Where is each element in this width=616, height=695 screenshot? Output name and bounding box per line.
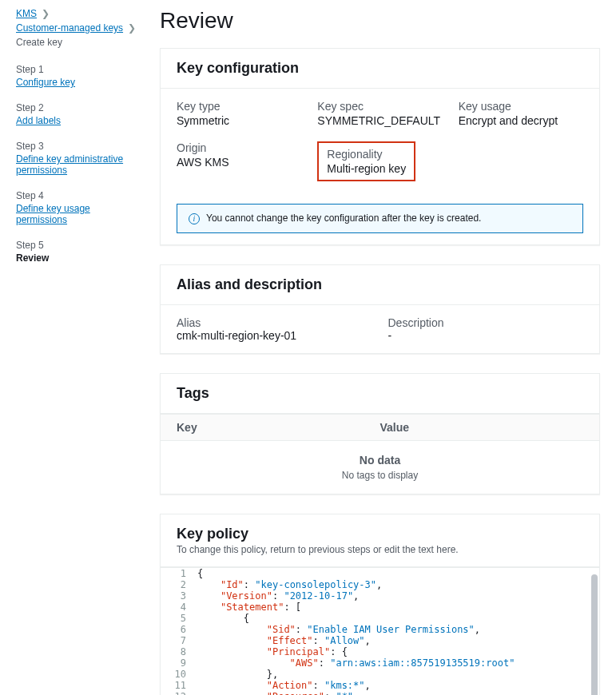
value: AWS KMS — [177, 156, 301, 169]
wizard-step-4: Step 4 Define key usage permissions — [16, 190, 144, 225]
value: SYMMETRIC_DEFAULT — [317, 114, 442, 127]
panel-heading: Key policy — [177, 526, 583, 542]
value: Encrypt and decrypt — [459, 114, 583, 127]
tags-empty-state: No data No tags to display — [161, 441, 599, 494]
step-number: Step 4 — [16, 190, 144, 201]
code-line: 3 "Version": "2012-10-17", — [161, 590, 599, 602]
panel-heading: Tags — [177, 385, 583, 402]
code-line: 6 "Sid": "Enable IAM User Permissions", — [161, 624, 599, 635]
empty-title: No data — [173, 454, 586, 467]
code-line: 5 { — [161, 613, 599, 624]
col-value: Value — [380, 421, 584, 434]
panel-tags: Tags Key Value No data No tags to displa… — [160, 373, 600, 494]
tags-table-header: Key Value — [161, 414, 599, 441]
kv-description: Description - — [388, 316, 584, 342]
info-icon: i — [189, 213, 200, 224]
info-text: You cannot change the key configuration … — [206, 212, 481, 224]
breadcrumb: KMS ❯ Customer-managed keys ❯ Create key — [16, 8, 144, 48]
kv-origin: Origin AWS KMS — [177, 141, 301, 181]
policy-editor[interactable]: 1{2 "Id": "key-consolepolicy-3",3 "Versi… — [161, 567, 599, 695]
label: Alias — [177, 316, 372, 329]
step-link-configure-key[interactable]: Configure key — [16, 77, 144, 88]
info-callout: i You cannot change the key configuratio… — [177, 204, 583, 233]
label: Key usage — [459, 100, 583, 113]
kv-key-type: Key type Symmetric — [177, 100, 301, 127]
panel-subtitle: To change this policy, return to previou… — [177, 544, 583, 555]
breadcrumb-cmk[interactable]: Customer-managed keys — [16, 22, 123, 34]
step-number: Step 3 — [16, 141, 144, 152]
code-line: 12 "Resource": "*" — [161, 691, 599, 695]
value: cmk-multi-region-key-01 — [177, 329, 372, 342]
step-number: Step 2 — [16, 102, 144, 113]
highlight-box: Regionality Multi-region key — [317, 141, 415, 181]
panel-key-configuration: Key configuration Key type Symmetric Key… — [160, 48, 600, 245]
page-title: Review — [160, 8, 600, 34]
chevron-right-icon: ❯ — [42, 8, 50, 19]
panel-key-policy: Key policy To change this policy, return… — [160, 514, 600, 695]
step-link-add-labels[interactable]: Add labels — [16, 115, 144, 126]
wizard-step-3: Step 3 Define key administrative permiss… — [16, 141, 144, 176]
code-line: 1{ — [161, 568, 599, 579]
wizard-step-1: Step 1 Configure key — [16, 64, 144, 88]
label: Key spec — [317, 100, 442, 113]
chevron-right-icon: ❯ — [128, 22, 136, 34]
panel-heading: Key configuration — [177, 60, 583, 77]
value: Symmetric — [177, 114, 301, 127]
scrollbar[interactable] — [591, 574, 598, 695]
label: Origin — [177, 141, 301, 154]
value: Multi-region key — [327, 162, 406, 175]
breadcrumb-kms[interactable]: KMS — [16, 8, 37, 19]
kv-alias: Alias cmk-multi-region-key-01 — [177, 316, 372, 342]
label: Description — [388, 316, 584, 329]
step-link-admin-permissions[interactable]: Define key administrative permissions — [16, 153, 144, 176]
code-line: 7 "Effect": "Allow", — [161, 635, 599, 646]
code-line: 10 }, — [161, 669, 599, 680]
breadcrumb-current: Create key — [16, 37, 62, 48]
kv-regionality: Regionality Multi-region key — [317, 141, 442, 181]
code-line: 11 "Action": "kms:*", — [161, 680, 599, 691]
wizard-step-5: Step 5 Review — [16, 240, 144, 264]
kv-key-usage: Key usage Encrypt and decrypt — [459, 100, 583, 127]
panel-heading: Alias and description — [177, 276, 583, 293]
value: - — [388, 329, 584, 342]
wizard-step-2: Step 2 Add labels — [16, 102, 144, 126]
step-number: Step 1 — [16, 64, 144, 75]
panel-alias-description: Alias and description Alias cmk-multi-re… — [160, 264, 600, 354]
step-current-review: Review — [16, 252, 144, 264]
step-link-usage-permissions[interactable]: Define key usage permissions — [16, 203, 144, 225]
code-line: 8 "Principal": { — [161, 646, 599, 657]
code-line: 2 "Id": "key-consolepolicy-3", — [161, 579, 599, 590]
code-line: 4 "Statement": [ — [161, 602, 599, 613]
label: Key type — [177, 100, 301, 113]
empty-subtitle: No tags to display — [173, 470, 586, 481]
kv-key-spec: Key spec SYMMETRIC_DEFAULT — [317, 100, 442, 127]
col-key: Key — [177, 421, 380, 434]
code-line: 9 "AWS": "arn:aws:iam::857519135519:root… — [161, 657, 599, 669]
label: Regionality — [327, 148, 406, 161]
step-number: Step 5 — [16, 240, 144, 251]
